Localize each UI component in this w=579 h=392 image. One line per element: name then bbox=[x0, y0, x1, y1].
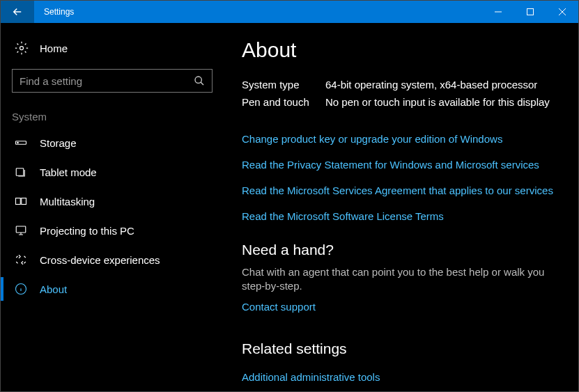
search-icon bbox=[194, 75, 205, 86]
info-icon bbox=[15, 283, 27, 295]
home-label: Home bbox=[40, 42, 68, 54]
titlebar: Settings bbox=[1, 1, 578, 23]
related-title: Related settings bbox=[242, 340, 557, 357]
search-input[interactable] bbox=[20, 75, 194, 87]
sidebar-item-storage[interactable]: Storage bbox=[1, 128, 224, 157]
link-contact-support[interactable]: Contact support bbox=[242, 294, 557, 320]
info-label: Pen and touch bbox=[242, 96, 325, 108]
window-title: Settings bbox=[34, 7, 482, 17]
sidebar-item-tablet-mode[interactable]: Tablet mode bbox=[1, 157, 224, 187]
link-license-terms[interactable]: Read the Microsoft Software License Term… bbox=[242, 203, 557, 229]
sidebar-item-about[interactable]: About bbox=[1, 274, 224, 304]
search-box[interactable] bbox=[12, 69, 213, 93]
cross-device-icon bbox=[15, 253, 27, 266]
window-controls bbox=[482, 1, 578, 23]
tablet-icon bbox=[15, 166, 27, 178]
sidebar-item-multitasking[interactable]: Multitasking bbox=[1, 187, 224, 216]
sidebar-item-label: Tablet mode bbox=[40, 166, 97, 178]
info-row-system-type: System type 64-bit operating system, x64… bbox=[242, 76, 557, 93]
info-label: System type bbox=[242, 79, 325, 91]
sidebar-item-cross-device[interactable]: Cross-device experiences bbox=[1, 245, 224, 274]
svg-point-2 bbox=[195, 77, 201, 83]
close-button[interactable] bbox=[546, 1, 578, 23]
svg-point-4 bbox=[17, 142, 19, 143]
page-title: About bbox=[242, 38, 557, 62]
svg-rect-7 bbox=[22, 198, 26, 205]
section-label: System bbox=[12, 107, 213, 128]
info-value: 64-bit operating system, x64-based proce… bbox=[325, 79, 537, 91]
link-change-product-key[interactable]: Change product key or upgrade your editi… bbox=[242, 126, 557, 152]
back-button[interactable] bbox=[1, 1, 34, 23]
help-title: Need a hand? bbox=[242, 242, 557, 258]
link-services-agreement[interactable]: Read the Microsoft Services Agreement th… bbox=[242, 178, 557, 203]
sidebar-item-label: Multitasking bbox=[40, 196, 95, 207]
storage-icon bbox=[15, 136, 27, 149]
svg-point-1 bbox=[20, 47, 24, 50]
sidebar: Home System Storage Tablet mode bbox=[1, 23, 224, 391]
projecting-icon bbox=[15, 224, 27, 237]
info-table: System type 64-bit operating system, x64… bbox=[242, 76, 557, 111]
minimize-button[interactable] bbox=[482, 1, 514, 23]
help-body: Chat with an agent that can point you to… bbox=[242, 265, 557, 294]
sidebar-item-label: Projecting to this PC bbox=[40, 225, 134, 237]
svg-rect-0 bbox=[527, 9, 534, 15]
main-pane: About System type 64-bit operating syste… bbox=[224, 23, 578, 391]
svg-rect-5 bbox=[16, 168, 24, 176]
nav-list: Storage Tablet mode Multitasking Project… bbox=[1, 128, 224, 304]
home-button[interactable]: Home bbox=[12, 38, 213, 66]
sidebar-item-projecting[interactable]: Projecting to this PC bbox=[1, 216, 224, 245]
info-row-pen-touch: Pen and touch No pen or touch input is a… bbox=[242, 93, 557, 111]
sidebar-item-label: Cross-device experiences bbox=[40, 254, 160, 266]
sidebar-item-label: Storage bbox=[40, 137, 77, 149]
maximize-button[interactable] bbox=[514, 1, 546, 23]
svg-rect-8 bbox=[16, 226, 26, 233]
link-privacy-statement[interactable]: Read the Privacy Statement for Windows a… bbox=[242, 152, 557, 178]
info-value: No pen or touch input is available for t… bbox=[325, 96, 550, 108]
svg-rect-6 bbox=[16, 198, 21, 205]
multitasking-icon bbox=[15, 195, 27, 207]
gear-icon bbox=[15, 41, 29, 55]
link-admin-tools[interactable]: Additional administrative tools bbox=[242, 364, 557, 390]
sidebar-item-label: About bbox=[40, 283, 67, 295]
